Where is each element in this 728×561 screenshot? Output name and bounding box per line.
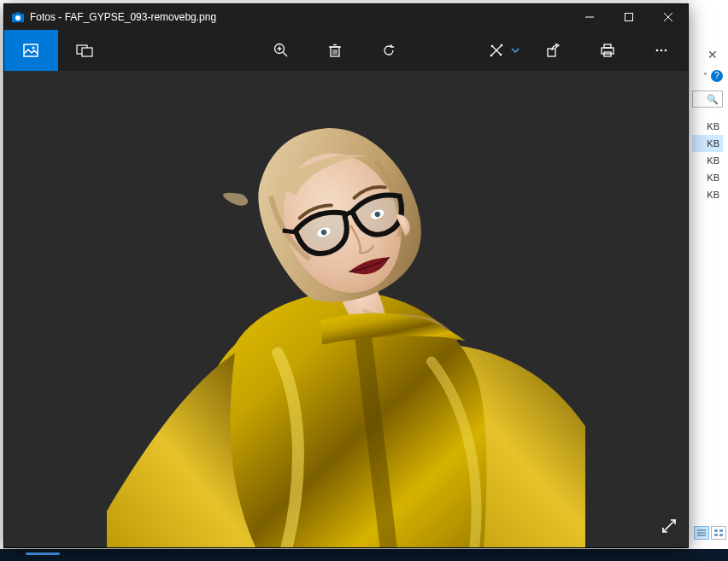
list-item[interactable]: KB — [692, 118, 723, 135]
svg-point-32 — [491, 45, 494, 48]
view-image-tab[interactable] — [4, 30, 58, 71]
list-item[interactable]: KB — [692, 169, 723, 186]
close-button[interactable] — [649, 4, 688, 30]
explorer-panel-fragment: ✕ ˅ ? 🔍 KB KB KB KB KB — [686, 0, 728, 546]
delete-button[interactable] — [308, 30, 362, 71]
taskbar — [0, 549, 728, 561]
more-icon — [653, 42, 670, 59]
svg-rect-11 — [625, 14, 633, 21]
fullscreen-button[interactable] — [660, 517, 678, 537]
image-content — [107, 79, 585, 547]
svg-rect-3 — [714, 529, 718, 532]
list-item[interactable]: KB — [692, 152, 723, 169]
image-canvas[interactable] — [4, 71, 688, 547]
view-mode-bar — [694, 526, 726, 540]
svg-line-19 — [283, 52, 287, 56]
chevron-down-icon — [511, 46, 520, 55]
toolbar — [4, 30, 688, 71]
search-input[interactable]: 🔍 — [692, 91, 723, 108]
toolbar-spacer — [416, 30, 467, 71]
zoom-icon — [273, 42, 290, 59]
print-button[interactable] — [580, 30, 634, 71]
edit-icon — [488, 42, 505, 59]
svg-rect-8 — [15, 13, 21, 15]
close-icon: ✕ — [707, 48, 718, 61]
svg-rect-36 — [604, 44, 611, 48]
fullscreen-icon — [660, 525, 678, 537]
svg-point-9 — [15, 15, 21, 20]
search-icon: 🔍 — [707, 94, 719, 105]
svg-point-40 — [664, 50, 666, 52]
explorer-close-button[interactable]: ✕ — [707, 48, 718, 61]
compare-tab[interactable] — [58, 30, 112, 71]
window-title: Fotos - FAF_GYPSE_093-removebg.png — [30, 11, 216, 23]
compare-icon — [76, 42, 93, 59]
list-item[interactable]: KB — [692, 186, 723, 203]
svg-point-33 — [500, 54, 502, 56]
photo-icon — [22, 42, 39, 59]
svg-rect-5 — [714, 534, 718, 536]
svg-rect-14 — [24, 44, 38, 56]
window-controls — [570, 4, 688, 30]
taskbar-active-indicator — [26, 552, 60, 555]
more-button[interactable] — [634, 30, 688, 71]
app-icon — [11, 10, 25, 24]
svg-point-39 — [660, 50, 662, 52]
trash-icon — [326, 42, 343, 59]
zoom-button[interactable] — [255, 30, 308, 71]
list-item[interactable]: KB — [692, 135, 723, 152]
svg-rect-35 — [602, 48, 614, 54]
rotate-button[interactable] — [362, 30, 416, 71]
share-button[interactable] — [526, 30, 580, 71]
svg-point-31 — [501, 44, 503, 47]
title-bar[interactable]: Fotos - FAF_GYPSE_093-removebg.png — [4, 4, 688, 30]
photos-app-window: Fotos - FAF_GYPSE_093-removebg.png — [3, 3, 689, 548]
svg-rect-4 — [719, 529, 723, 532]
svg-point-15 — [32, 47, 35, 50]
maximize-button[interactable] — [609, 4, 649, 30]
print-icon — [599, 42, 616, 59]
details-view-button[interactable] — [694, 526, 709, 540]
svg-line-47 — [663, 520, 675, 532]
svg-point-30 — [490, 55, 493, 57]
edit-button[interactable] — [467, 30, 527, 71]
toolbar-spacer — [112, 30, 255, 71]
share-icon — [545, 42, 562, 59]
chevron-down-icon[interactable]: ˅ — [703, 72, 707, 81]
svg-point-38 — [655, 50, 658, 52]
file-list: KB KB KB KB KB — [692, 118, 723, 203]
rotate-icon — [380, 42, 397, 59]
minimize-button[interactable] — [570, 4, 609, 30]
thumbs-view-button[interactable] — [711, 526, 726, 540]
svg-rect-17 — [82, 48, 92, 56]
help-icon[interactable]: ? — [711, 70, 723, 82]
svg-rect-6 — [719, 534, 723, 536]
